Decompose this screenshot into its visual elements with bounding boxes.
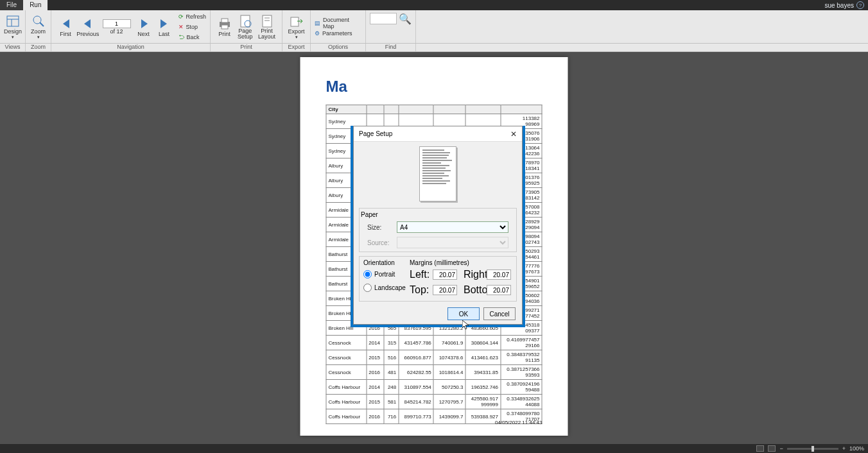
tab-run[interactable]: Run (23, 0, 48, 10)
first-icon (58, 17, 73, 31)
first-button[interactable]: First (55, 12, 76, 42)
page-setup-dialog: Page Setup ✕ Paper Size: A4 (353, 126, 523, 325)
dialog-close-icon[interactable]: ✕ (510, 130, 517, 139)
group-export-label: Export (282, 44, 311, 51)
zoom-slider[interactable] (787, 448, 838, 450)
parameters-icon: ⚙ (315, 30, 320, 37)
page-title: Ma (326, 78, 542, 96)
print-layout-icon (260, 14, 274, 28)
paper-size-select[interactable]: A4 (397, 221, 508, 233)
page-preview (354, 142, 522, 206)
svg-rect-0 (7, 16, 19, 26)
stop-button[interactable]: ✕Stop (178, 22, 207, 31)
docmap-icon: ▤ (315, 20, 320, 26)
svg-rect-6 (221, 19, 228, 22)
stop-icon: ✕ (178, 24, 184, 30)
export-button[interactable]: Export ▾ (286, 12, 306, 42)
view-mode-icon-2[interactable] (768, 445, 776, 452)
page-number: of 12 (103, 19, 131, 35)
status-bar: − + 100% (0, 444, 868, 453)
page-total-label: of 12 (110, 28, 123, 35)
zoom-plus[interactable]: + (842, 445, 846, 452)
print-button[interactable]: Print (214, 12, 234, 42)
parameters-button[interactable]: ⚙Parameters (315, 29, 361, 38)
margin-bottom-input[interactable] (487, 285, 511, 295)
margins-label: Margins (millimetres) (410, 259, 515, 269)
group-zoom-label: Zoom (26, 44, 51, 51)
next-icon (137, 17, 151, 31)
page-footer-timestamp: 04/05/2022 11:44:43 (495, 420, 542, 425)
table-row: Coffs Harbour2015581845214.7821270795.74… (326, 395, 542, 409)
ok-button[interactable]: OK (447, 307, 480, 320)
group-nav-label: Navigation (51, 44, 211, 51)
last-button[interactable]: Last (154, 12, 175, 42)
refresh-button[interactable]: ⟳Refresh (178, 12, 207, 21)
col-city: City (326, 105, 367, 114)
margin-left-label: Left: (410, 269, 430, 280)
svg-rect-10 (263, 15, 272, 27)
next-button[interactable]: Next (134, 12, 154, 42)
back-button[interactable]: ⮌Back (178, 33, 207, 42)
group-options-label: Options (311, 44, 366, 51)
view-mode-icon-1[interactable] (756, 445, 764, 452)
zoom-level: 100% (849, 445, 864, 452)
design-icon (6, 14, 20, 28)
group-views-label: Views (0, 44, 26, 51)
tab-file[interactable]: File (0, 0, 23, 10)
page-setup-button[interactable]: Page Setup (234, 12, 256, 42)
find-icon[interactable]: 🔍 (399, 13, 412, 25)
margin-right-input[interactable] (487, 269, 511, 280)
last-icon (157, 17, 171, 31)
document-map-button[interactable]: ▤Document Map (315, 19, 361, 28)
print-layout-button[interactable]: Print Layout (256, 12, 278, 42)
user-name: sue bayes (824, 2, 854, 9)
table-row: Cessnock2014315431457.786740061.9308604.… (326, 336, 542, 350)
back-icon: ⮌ (178, 34, 184, 40)
paper-source-select (397, 237, 508, 248)
margin-left-input[interactable] (433, 269, 457, 280)
refresh-icon: ⟳ (178, 13, 184, 20)
group-print-label: Print (211, 44, 282, 51)
margin-right-label: Right: (464, 269, 484, 280)
previous-button[interactable]: Previous (76, 12, 100, 42)
dialog-title: Page Setup (359, 130, 392, 137)
size-label: Size: (367, 224, 397, 231)
dialog-highlight: Page Setup ✕ Paper Size: A4 (351, 126, 525, 327)
help-icon[interactable]: ? (856, 1, 864, 9)
preview-box (419, 146, 456, 201)
page-number-input[interactable] (103, 19, 131, 28)
svg-line-4 (40, 22, 44, 26)
paper-section-label: Paper (361, 211, 515, 219)
zoom-minus[interactable]: − (779, 445, 783, 452)
design-button[interactable]: Design ▾ (4, 12, 22, 42)
orientation-landscape-radio[interactable] (363, 284, 372, 292)
source-label: Source: (367, 239, 397, 246)
group-find-label: Find (366, 44, 416, 51)
cancel-button[interactable]: Cancel (483, 307, 516, 320)
table-row: Cessnock2015516660916.8771074378.6413461… (326, 350, 542, 365)
table-row: Coffs Harbour2014248310897.554507250.319… (326, 380, 542, 395)
page-setup-icon (238, 14, 252, 28)
margin-bottom-label: Bottom: (464, 284, 484, 296)
export-icon (290, 14, 304, 28)
find-input[interactable] (370, 13, 397, 24)
print-icon (218, 17, 232, 31)
table-row: Cessnock2016481624282.551018614.4394331.… (326, 365, 542, 380)
zoom-button[interactable]: Zoom ▾ (30, 12, 47, 42)
previous-icon (81, 17, 95, 31)
margin-top-input[interactable] (433, 285, 457, 295)
svg-rect-13 (291, 17, 299, 26)
orientation-label: Orientation (363, 259, 407, 268)
orientation-portrait-radio[interactable] (363, 270, 372, 278)
user-zone: sue bayes ? (820, 0, 868, 10)
zoom-icon (31, 14, 46, 28)
svg-rect-7 (221, 25, 228, 29)
margin-top-label: Top: (410, 284, 430, 296)
